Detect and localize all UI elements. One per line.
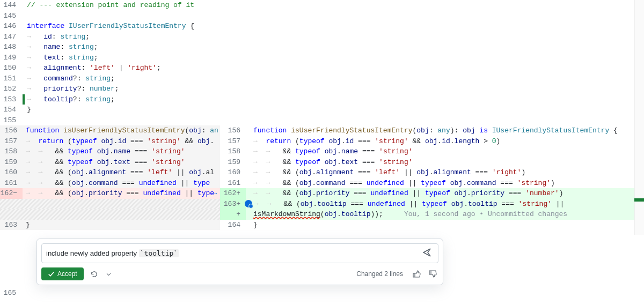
line-number: 148 [0,42,23,53]
line-number: 158 [220,146,246,157]
diff-line-modified: 158→ → && typeof obj.name === 'string' [220,146,644,157]
line-number: 161 [220,178,246,189]
line-number: 160 [0,167,23,178]
line-number: 162− [0,188,23,199]
diff-line-modified: 163+→ → && (obj.tooltip === undefined ||… [220,199,644,210]
diff-line-modified: +isMarkdownString(obj.tooltip)); You, 1 … [220,209,644,220]
diff-line-modified: 162+→ → && (obj.priority === undefined |… [220,188,644,199]
thumbs-down-button[interactable] [428,269,438,279]
code-line[interactable]: 154} [0,105,644,115]
line-number: 160 [220,167,246,178]
line-number: + [220,209,246,220]
line-number: 146 [0,21,23,32]
inline-diff: → 156function isUserFriendlyStatusItemEn… [0,125,644,230]
cursor [23,94,25,105]
diff-line-original: 156function isUserFriendlyStatusItemEntr… [0,125,220,136]
diff-modified-pane: 156function isUserFriendlyStatusItemEntr… [220,125,644,230]
code-line[interactable]: 150→ alignment: 'left' | 'right'; [0,63,644,73]
line-number: 153 [0,94,23,105]
diff-line-modified: 157→ return (typeof obj.id === 'string' … [220,136,644,147]
line-number: 151 [0,73,23,84]
diff-original-pane: 156function isUserFriendlyStatusItemEntr… [0,125,220,230]
line-number: 163 [0,220,23,230]
line-number: 147 [0,32,23,42]
minimap[interactable] [634,0,644,235]
line-number: 149 [0,53,23,63]
code-line[interactable]: 144// --- extension point and reading of… [0,0,644,11]
minimap-change-marker [634,198,644,202]
chevron-down-icon [106,271,112,277]
line-number: 159 [220,157,246,168]
line-number: 158 [0,146,23,157]
code-line[interactable]: 152→ priority?: number; [0,84,644,94]
send-button[interactable] [421,247,434,259]
diff-line-original: 160→ → && (obj.alignment === 'left' || o… [0,167,220,178]
diff-line-modified: 160→ → && (obj.alignment === 'left' || o… [220,167,644,178]
code-line[interactable]: 146interface IUserFriendlyStatusItemEntr… [0,21,644,32]
line-number: 161 [0,178,23,189]
suggestion-input-row: include newly added property `tooltip` [41,243,438,263]
diff-line-original: 162−→ → && (obj.priority === undefined |… [0,188,220,199]
line-number: 162+ [220,188,246,199]
diff-line-original: 163} [0,220,220,230]
line-number: 154 [0,105,23,115]
diff-arrow-icon: → [213,188,217,199]
diff-line-modified: 164} [220,220,644,230]
accept-label: Accept [57,270,77,278]
diff-line-modified: 159→ → && typeof obj.text === 'string' [220,157,644,168]
line-number: 150 [0,63,23,73]
diff-line-original: 158→ → && typeof obj.name === 'string' [0,146,220,157]
ai-badge-icon [245,200,252,207]
diff-line-original: 159→ → && typeof obj.text === 'string' [0,157,220,168]
code-line[interactable]: 155 [0,115,644,126]
thumbs-up-icon [413,270,421,278]
code-line[interactable]: 153→ tooltip?: string; [0,94,644,105]
line-number: 144 [0,0,23,11]
line-number: 164 [220,220,246,230]
diff-line-original [0,199,220,210]
ai-suggestion-panel: include newly added property `tooltip` A… [36,239,443,285]
line-number: 165 [0,288,23,299]
diff-line-modified: 156function isUserFriendlyStatusItemEntr… [220,125,644,136]
check-icon [48,271,55,278]
diff-line-modified: 161→ → && (obj.command === undefined || … [220,178,644,189]
line-number: 155 [0,115,23,126]
line-number: 157 [0,136,23,147]
diff-line-original: 157→ return (typeof obj.id === 'string' … [0,136,220,147]
diff-line-original: 161→ → && (obj.command === undefined || … [0,178,220,189]
line-number: 159 [0,157,23,168]
thumbs-down-icon [429,270,437,278]
undo-button[interactable] [89,269,99,279]
changed-lines-label: Changed 2 lines [356,269,403,279]
send-icon [423,248,431,257]
suggestion-input[interactable]: include newly added property `tooltip` [46,248,421,259]
code-line[interactable]: 145 [0,11,644,21]
line-number: 156 [220,125,246,136]
code-line[interactable]: 147→ id: string; [0,32,644,42]
line-number: 152 [0,84,23,94]
code-line[interactable]: 149→ text: string; [0,53,644,63]
more-dropdown[interactable] [105,270,113,278]
code-line[interactable]: 165 [0,288,644,299]
accept-button[interactable]: Accept [41,267,84,280]
line-number: 163+ [220,199,246,210]
line-number: 156 [0,125,23,136]
line-number: 145 [0,11,23,21]
diff-line-original [0,209,220,220]
line-number: 157 [220,136,246,147]
code-line[interactable]: 148→ name: string; [0,42,644,53]
undo-icon [90,270,98,278]
thumbs-up-button[interactable] [412,269,422,279]
code-line[interactable]: 151→ command?: string; [0,73,644,84]
